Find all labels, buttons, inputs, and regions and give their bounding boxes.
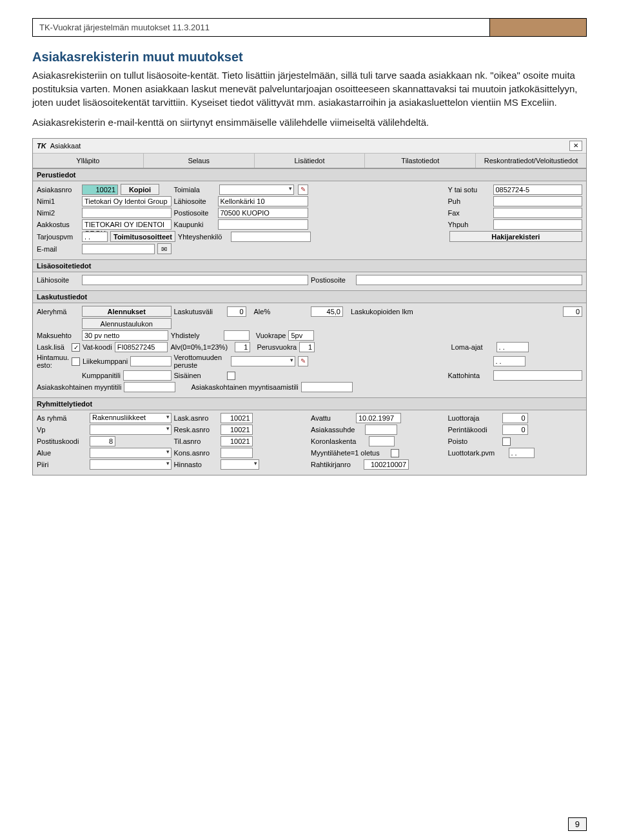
field-email[interactable] bbox=[82, 244, 155, 254]
lbl-sisainen: Sisäinen bbox=[174, 372, 224, 379]
lbl-luottotark: Luottotark.pvm bbox=[448, 449, 506, 457]
field-asiakasnro[interactable]: 10021 bbox=[82, 185, 118, 195]
edit-icon[interactable]: ✎ bbox=[298, 185, 308, 195]
field-empty-dots[interactable]: . . bbox=[493, 356, 526, 366]
btn-hakijarekisteri[interactable]: Hakijarekisteri bbox=[449, 231, 582, 242]
lbl-lisa-postiosoite: Postiosoite bbox=[311, 276, 353, 284]
group-lisaosoitetiedot: Lisäosoitetiedot bbox=[33, 259, 586, 272]
field-alv[interactable]: 1 bbox=[235, 342, 250, 352]
lbl-asiakasnro: Asiakasnro bbox=[37, 186, 79, 194]
body-paragraph-2: Asiakasrekisterin e-mail-kenttä on siirt… bbox=[32, 115, 587, 129]
chk-myyntilahete[interactable] bbox=[391, 449, 399, 457]
field-vuokrape[interactable]: 5pv bbox=[288, 330, 314, 341]
field-tilasnro[interactable]: 10021 bbox=[221, 436, 253, 446]
field-kumppanitili[interactable] bbox=[123, 370, 172, 381]
lbl-liikekumppani: Liikekumppani bbox=[83, 357, 128, 365]
lbl-aleryhma: Aleryhmä bbox=[37, 308, 79, 315]
edit-icon[interactable]: ✎ bbox=[298, 356, 308, 366]
field-kaupunki[interactable] bbox=[218, 219, 309, 230]
field-perusvuokra[interactable]: 1 bbox=[299, 342, 315, 352]
field-kattohinta[interactable] bbox=[493, 370, 583, 381]
lbl-laskutusvali: Laskutusväli bbox=[174, 308, 224, 315]
lbl-vatkoodi: Vat-koodi bbox=[83, 343, 112, 351]
field-aakkostus[interactable]: TIETOKARI OY IDENTOI GROU bbox=[82, 219, 172, 230]
lbl-kattohinta: Kattohinta bbox=[448, 372, 491, 379]
lbl-asiakaskoht-myyntitili: Asiakaskohtainen myyntitili bbox=[37, 383, 121, 391]
tab-reskontratiedot[interactable]: Reskontratiedot/Veloitustiedot bbox=[476, 154, 586, 168]
btn-alennukset[interactable]: Alennukset bbox=[82, 306, 172, 317]
field-puh[interactable] bbox=[493, 196, 583, 206]
chk-sisainen[interactable] bbox=[227, 372, 235, 380]
chk-hintamuu[interactable] bbox=[72, 357, 80, 366]
field-asiakaskoht-myyntisaamis[interactable] bbox=[301, 382, 353, 392]
lbl-rahtikirjanro: Rahtikirjanro bbox=[311, 461, 361, 468]
btn-alennustaulu[interactable]: Alennustaulukon kopioiminen bbox=[82, 318, 172, 329]
body-paragraph-1: Asiakasrekisteriin on tullut lisäosoite-… bbox=[32, 68, 587, 109]
dropdown-hinnasto[interactable] bbox=[221, 459, 259, 470]
tab-tilastotiedot[interactable]: Tilastotiedot bbox=[365, 154, 476, 168]
lbl-puh: Puh bbox=[448, 197, 491, 205]
field-tarjouspvm[interactable]: . . bbox=[82, 232, 108, 242]
field-lisa-lahiosoite[interactable] bbox=[82, 275, 308, 285]
lbl-konsasnro: Kons.asnro bbox=[174, 449, 218, 457]
field-laskukopiot[interactable]: 0 bbox=[563, 306, 582, 317]
lbl-toimiala: Toimiala bbox=[174, 186, 215, 194]
lbl-asiakaskoht-myyntisaamis: Asiakaskohtainen myyntisaamistili bbox=[191, 383, 298, 391]
field-koronlaskenta[interactable] bbox=[369, 436, 395, 446]
field-nimi1[interactable]: Tietokari Oy Identoi Group bbox=[82, 196, 172, 206]
lbl-aakkostus: Aakkostus bbox=[37, 221, 79, 228]
lbl-luottoraja: Luottoraja bbox=[448, 414, 500, 422]
tab-selaus[interactable]: Selaus bbox=[144, 154, 255, 168]
field-perintakoodi[interactable]: 0 bbox=[502, 425, 528, 435]
dropdown-verottomuuden[interactable] bbox=[231, 356, 296, 366]
close-icon[interactable]: ✕ bbox=[569, 141, 582, 151]
field-luottotark[interactable]: . . bbox=[509, 448, 535, 458]
field-fax[interactable] bbox=[493, 208, 583, 218]
btn-toimitusosoitteet[interactable]: Toimitusosoitteet bbox=[110, 231, 175, 242]
field-avattu[interactable]: 10.02.1997 bbox=[356, 413, 401, 423]
field-yhdistely[interactable] bbox=[224, 330, 250, 341]
window-title: Asiakkaat bbox=[50, 142, 81, 150]
chk-poisto[interactable] bbox=[502, 437, 511, 446]
dropdown-toimiala[interactable] bbox=[219, 185, 295, 195]
field-lomaajat[interactable]: . . bbox=[496, 342, 529, 352]
field-postituskoodi[interactable]: 8 bbox=[90, 436, 115, 446]
field-vatkoodi[interactable]: FI08527245 bbox=[115, 342, 168, 352]
lbl-alv: Alv(0=0%,1=23%) bbox=[170, 343, 232, 351]
lbl-nimi2: Nimi2 bbox=[37, 209, 79, 217]
field-lisa-postiosoite[interactable] bbox=[356, 275, 582, 285]
dropdown-asryhma[interactable]: Rakennusliikkeet bbox=[90, 413, 172, 423]
dropdown-vp[interactable] bbox=[90, 425, 172, 435]
page-number: 9 bbox=[568, 817, 587, 831]
field-reskasnro[interactable]: 10021 bbox=[221, 425, 253, 435]
field-yhteyshenkilo[interactable] bbox=[231, 232, 311, 242]
email-icon[interactable]: ✉ bbox=[157, 243, 172, 254]
btn-kopioi[interactable]: Kopioi bbox=[121, 184, 159, 195]
field-yhpuh[interactable] bbox=[493, 219, 583, 230]
field-rahtikirjanro[interactable]: 100210007 bbox=[364, 459, 409, 470]
tab-yllapito[interactable]: Ylläpito bbox=[33, 154, 144, 168]
document-header-text: TK-Vuokrat järjestelmän muutokset 11.3.2… bbox=[33, 19, 489, 36]
lbl-alepct: Ale% bbox=[254, 308, 271, 315]
field-liikekumppani[interactable] bbox=[130, 356, 171, 366]
field-maksuehto[interactable]: 30 pv netto bbox=[82, 330, 168, 341]
field-lahiosoite[interactable]: Kellonkärki 10 bbox=[218, 196, 309, 206]
chk-lasklisa[interactable]: ✓ bbox=[72, 343, 80, 352]
field-nimi2[interactable] bbox=[82, 208, 172, 218]
field-ysotu[interactable]: 0852724-5 bbox=[493, 185, 583, 195]
field-alepct[interactable]: 45,0 bbox=[311, 306, 343, 317]
group-ryhmittelytiedot: Ryhmittelytiedot bbox=[33, 397, 586, 410]
field-konsasnro[interactable] bbox=[221, 448, 253, 458]
dropdown-piiri[interactable] bbox=[90, 459, 172, 470]
field-asiakassuhde[interactable] bbox=[365, 425, 397, 435]
field-laskasnro[interactable]: 10021 bbox=[221, 413, 253, 423]
dropdown-alue[interactable] bbox=[90, 448, 172, 458]
field-postiosoite[interactable]: 70500 KUOPIO bbox=[218, 208, 309, 218]
field-laskutusvali[interactable]: 0 bbox=[227, 306, 246, 317]
field-luottoraja[interactable]: 0 bbox=[502, 413, 528, 423]
lbl-poisto: Poisto bbox=[448, 437, 500, 445]
lbl-alue: Alue bbox=[37, 449, 87, 457]
lbl-asiakassuhde: Asiakassuhde bbox=[311, 426, 362, 434]
tab-lisatiedot[interactable]: Lisätiedot bbox=[255, 154, 366, 168]
field-asiakaskoht-myyntitili[interactable] bbox=[124, 382, 175, 392]
